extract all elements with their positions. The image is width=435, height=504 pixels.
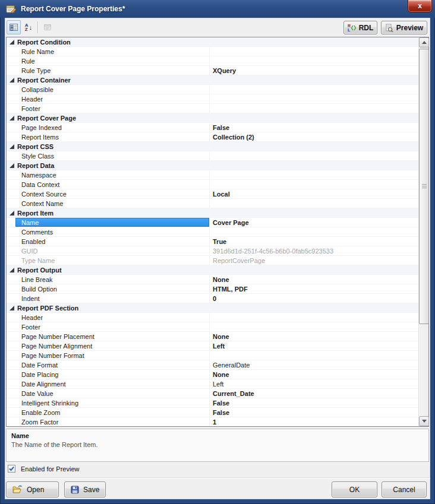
open-button[interactable]: Open xyxy=(6,481,59,497)
property-row[interactable]: Namespace xyxy=(7,170,418,180)
property-value[interactable]: XQuery xyxy=(210,66,418,75)
property-row[interactable]: Rule TypeXQuery xyxy=(7,66,418,75)
property-row[interactable]: Data Context xyxy=(7,180,418,189)
property-row[interactable]: Type NameReportCoverPage xyxy=(7,256,418,265)
property-row[interactable]: Header xyxy=(7,94,418,104)
property-row[interactable]: Footer xyxy=(7,104,418,113)
property-name[interactable]: Enable Zoom xyxy=(15,408,210,417)
property-row[interactable]: Page Number AlignmentLeft xyxy=(7,341,418,351)
scrollbar-thumb[interactable] xyxy=(419,49,429,324)
property-value[interactable] xyxy=(210,322,418,331)
property-row[interactable]: Rule xyxy=(7,56,418,66)
property-row[interactable]: Line BreakNone xyxy=(7,275,418,284)
property-row[interactable]: Page Number PlacementNone xyxy=(7,332,418,341)
property-row[interactable]: Header xyxy=(7,313,418,322)
property-row[interactable]: GUID391d6d1d-251f-4c56-b6b0-0fab5c923533 xyxy=(7,246,418,256)
property-row[interactable]: Indent0 xyxy=(7,294,418,303)
category-row[interactable]: Report Container xyxy=(7,75,418,85)
rdl-button[interactable]: R L RDL xyxy=(343,21,377,34)
property-value[interactable]: None xyxy=(210,370,418,379)
property-name[interactable]: Page Indexed xyxy=(15,123,210,132)
property-row[interactable]: Context SourceLocal xyxy=(7,189,418,199)
title-bar[interactable]: Report Cover Page Properties* x xyxy=(0,0,435,18)
property-row[interactable]: EnabledTrue xyxy=(7,237,418,246)
property-value[interactable] xyxy=(210,151,418,160)
property-name[interactable]: Page Number Alignment xyxy=(15,341,210,350)
property-name[interactable]: Page Number Placement xyxy=(15,332,210,341)
property-row[interactable]: Context Name xyxy=(7,199,418,208)
property-name[interactable]: Date Format xyxy=(15,360,210,369)
property-value[interactable]: Left xyxy=(210,341,418,350)
property-value[interactable] xyxy=(210,313,418,322)
property-name[interactable]: Rule xyxy=(15,56,210,65)
scroll-down-button[interactable] xyxy=(419,416,429,426)
property-row[interactable]: Build OptionHTML, PDF xyxy=(7,284,418,294)
property-name[interactable]: Enabled xyxy=(15,237,210,246)
property-row[interactable]: Page IndexedFalse xyxy=(7,123,418,132)
property-value[interactable]: GeneralDate xyxy=(210,360,418,369)
property-name[interactable]: Context Name xyxy=(15,199,210,208)
cancel-button[interactable]: Cancel xyxy=(382,481,427,497)
property-value[interactable]: Cover Page xyxy=(210,218,418,227)
category-row[interactable]: Report Condition xyxy=(7,37,418,47)
property-row[interactable]: Date FormatGeneralDate xyxy=(7,360,418,370)
property-value[interactable] xyxy=(210,104,418,113)
property-name[interactable]: Date Value xyxy=(15,389,210,398)
expander-icon[interactable] xyxy=(10,78,14,83)
property-name[interactable]: Report Items xyxy=(15,132,210,141)
property-value[interactable]: False xyxy=(210,408,418,417)
property-name[interactable]: Name xyxy=(15,218,210,227)
category-row[interactable]: Report Item xyxy=(7,208,418,218)
expander-icon[interactable] xyxy=(10,306,14,310)
property-name[interactable]: Rule Type xyxy=(15,66,210,75)
property-row[interactable]: Report ItemsCollection (2) xyxy=(7,132,418,142)
expander-icon[interactable] xyxy=(10,211,14,215)
property-value[interactable]: Left xyxy=(210,379,418,388)
property-row[interactable]: NameCover Page xyxy=(7,218,418,227)
preview-button[interactable]: Preview xyxy=(381,21,427,34)
property-name[interactable]: Comments xyxy=(15,227,210,236)
property-value[interactable]: Local xyxy=(210,189,418,198)
property-value[interactable] xyxy=(210,227,418,236)
property-name[interactable]: Date Placing xyxy=(15,370,210,379)
property-name[interactable]: Footer xyxy=(15,322,210,331)
property-row[interactable]: Date ValueCurrent_Date xyxy=(7,389,418,398)
property-value[interactable]: 391d6d1d-251f-4c56-b6b0-0fab5c923533 xyxy=(210,246,418,255)
property-value[interactable]: Collection (2) xyxy=(210,132,418,141)
property-row[interactable]: Collapsible xyxy=(7,85,418,94)
alphabetical-sort-button[interactable]: A Z ↓ xyxy=(21,20,36,34)
property-name[interactable]: Page Number Format xyxy=(15,351,210,360)
property-name[interactable]: Indent xyxy=(15,294,210,303)
property-value[interactable]: None xyxy=(210,332,418,341)
property-value[interactable]: HTML, PDF xyxy=(210,284,418,293)
save-button[interactable]: Save xyxy=(64,481,106,497)
property-value[interactable] xyxy=(210,85,418,94)
property-value[interactable]: 0 xyxy=(210,294,418,303)
property-row[interactable]: Page Number Format xyxy=(7,351,418,360)
property-name[interactable]: Intelligent Shrinking xyxy=(15,398,210,407)
property-value[interactable]: True xyxy=(210,237,418,246)
property-value[interactable]: False xyxy=(210,123,418,132)
property-name[interactable]: Date Alignment xyxy=(15,379,210,388)
property-name[interactable]: Collapsible xyxy=(15,85,210,94)
vertical-scrollbar[interactable] xyxy=(418,37,428,426)
property-row[interactable]: Rule Name xyxy=(7,47,418,56)
scroll-up-button[interactable] xyxy=(419,37,429,47)
category-row[interactable]: Report Cover Page xyxy=(7,113,418,123)
ok-button[interactable]: OK xyxy=(332,481,377,497)
property-value[interactable]: False xyxy=(210,398,418,407)
property-value[interactable] xyxy=(210,56,418,65)
categorized-view-button[interactable] xyxy=(7,20,21,34)
property-row[interactable]: Style Class xyxy=(7,151,418,161)
property-value[interactable]: None xyxy=(210,275,418,284)
expander-icon[interactable] xyxy=(10,268,14,272)
expander-icon[interactable] xyxy=(10,163,14,168)
property-name[interactable]: GUID xyxy=(15,246,210,255)
property-name[interactable]: Footer xyxy=(15,104,210,113)
property-row[interactable]: Date PlacingNone xyxy=(7,370,418,379)
property-name[interactable]: Data Context xyxy=(15,180,210,189)
expander-icon[interactable] xyxy=(10,40,14,45)
property-name[interactable]: Build Option xyxy=(15,284,210,293)
property-row[interactable]: Footer xyxy=(7,322,418,332)
enabled-for-preview-checkbox[interactable] xyxy=(8,465,15,473)
